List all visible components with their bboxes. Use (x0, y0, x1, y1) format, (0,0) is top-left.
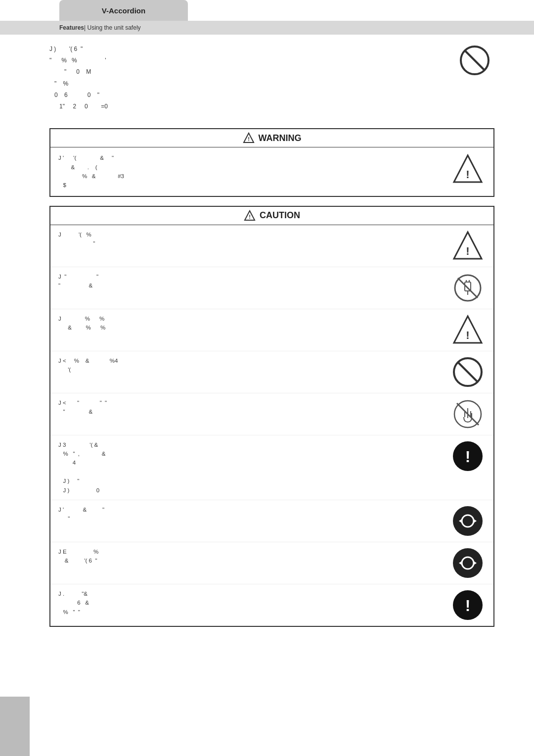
svg-text:!: ! (249, 214, 251, 220)
caution-label: CAUTION (260, 210, 300, 221)
warning-triangle-icon: ! (452, 153, 484, 185)
arrow-circle-icon-7 (452, 505, 484, 537)
no-symbol-icon-4 (452, 356, 484, 388)
caution-header-icon: ! (244, 210, 256, 222)
breadcrumb: Features | Using the unit safely (0, 21, 534, 35)
svg-text:!: ! (466, 245, 469, 257)
caution-item-8: J E % & '( 6 " (50, 542, 493, 584)
svg-text:!: ! (466, 329, 469, 341)
caution-item-4-text: J < % & %4 '( (58, 356, 442, 375)
caution-item-9: J . "& 6 & % " " ! (50, 584, 493, 626)
caution-item-2: J " " " & (50, 267, 493, 309)
page-sidebar-bar (0, 697, 30, 756)
page: V-Accordion Features | Using the unit sa… (0, 0, 534, 756)
caution-item-3-text: J % % & % % (58, 314, 442, 332)
svg-line-1 (465, 50, 485, 70)
svg-text:!: ! (465, 448, 471, 466)
caution-item-8-icon (450, 547, 486, 579)
header-tab: V-Accordion (59, 0, 188, 21)
caution-item-7-icon (450, 505, 486, 537)
caution-item-2-text: J " " " & (58, 272, 442, 290)
caution-box: ! CAUTION J '( % " ! (49, 206, 494, 627)
caution-warn-icon-3: ! (452, 314, 484, 346)
main-content: J ) '( 6 " " % % ' " 0 M " % 0 6 0 " 1" … (40, 35, 504, 736)
arrow-circle-icon-8 (452, 547, 484, 579)
intro-icon-box (455, 45, 494, 76)
caution-item-1-text: J '( % " (58, 230, 442, 248)
no-symbol-icon (459, 45, 490, 76)
caution-item-1-icon: ! (450, 230, 486, 262)
caution-item-2-icon (450, 272, 486, 304)
warning-content-row: J ' '( & " & . ( % & #3 $ ! (50, 147, 493, 196)
warning-label: WARNING (259, 133, 302, 143)
caution-item-8-text: J E % & '( 6 " (58, 547, 442, 566)
caution-item-5-text: J < " " " " & (58, 398, 442, 417)
svg-text:!: ! (466, 168, 469, 181)
warning-text: J ' '( & " & . ( % & #3 $ (58, 153, 442, 190)
caution-warn-icon-1: ! (452, 230, 484, 262)
breadcrumb-bold: Features (59, 24, 84, 31)
warning-header-icon: ! (243, 132, 255, 144)
info-circle-icon-9: ! (452, 589, 484, 621)
caution-item-5: J < " " " " & (50, 393, 493, 435)
no-touch-icon (452, 398, 484, 430)
svg-point-24 (453, 506, 483, 536)
caution-header: ! CAUTION (50, 207, 493, 225)
breadcrumb-rest: | Using the unit safely (84, 24, 141, 31)
caution-item-1: J '( % " ! (50, 225, 493, 267)
caution-item-5-icon (450, 398, 486, 430)
warning-box: ! WARNING J ' '( & " & . ( % & #3 $ (49, 128, 494, 197)
caution-item-6-text: J 3 '( & % " , & 4 J ) " J ) 0 (58, 440, 442, 495)
warning-icon-box: ! (450, 153, 486, 185)
caution-item-6: J 3 '( & % " , & 4 J ) " J ) 0 (50, 435, 493, 500)
info-circle-icon-6: ! (452, 440, 484, 472)
svg-point-27 (453, 548, 483, 578)
caution-item-3: J % % & % % ! (50, 309, 493, 351)
caution-item-7-text: J ' & " " (58, 505, 442, 523)
warning-header: ! WARNING (50, 129, 493, 147)
caution-item-6-icon: ! (450, 440, 486, 472)
caution-item-9-icon: ! (450, 589, 486, 621)
caution-item-4-icon (450, 356, 486, 388)
svg-text:!: ! (248, 136, 250, 142)
caution-item-9-text: J . "& 6 & % " " (58, 589, 442, 616)
svg-text:!: ! (465, 597, 471, 614)
tab-title: V-Accordion (102, 6, 145, 15)
caution-item-7: J ' & " " (50, 500, 493, 542)
caution-item-3-icon: ! (450, 314, 486, 346)
intro-text: J ) '( 6 " " % % ' " 0 M " % 0 6 0 " 1" … (49, 45, 445, 113)
no-plug-icon (452, 272, 484, 304)
svg-line-19 (458, 362, 478, 382)
intro-block: J ) '( 6 " " % % ' " 0 M " % 0 6 0 " 1" … (49, 45, 494, 113)
caution-item-4: J < % & %4 '( (50, 351, 493, 393)
